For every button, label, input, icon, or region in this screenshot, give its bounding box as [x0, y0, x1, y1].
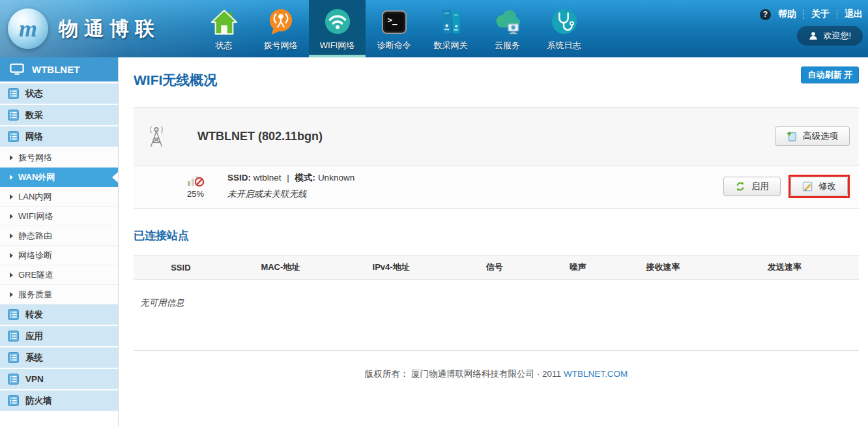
sidebar-item-lan[interactable]: LAN内网: [0, 187, 118, 207]
sidebar-item-status[interactable]: 状态: [0, 83, 118, 105]
nav-tab-label: 拨号网络: [264, 40, 298, 52]
footer-divider: [134, 350, 859, 351]
nav-tab-label: 系统日志: [547, 40, 581, 52]
submenu-arrow-icon: [10, 155, 13, 160]
nav-tab-label: WIFI网络: [320, 40, 354, 52]
auto-refresh-toggle[interactable]: 自动刷新 开: [801, 66, 859, 83]
server-gateway-icon: [438, 5, 464, 35]
sidebar-item-label: 网络诊断: [18, 250, 52, 261]
nav-tab-status[interactable]: 状态: [195, 0, 252, 57]
ssid-mode-line: SSID: wtblnet | 模式: Unknown: [227, 172, 354, 184]
sidebar: WTBLNET 状态 数采 网络 拨号网络 WAN外网: [0, 57, 119, 427]
sidebar-item-net-diagnose[interactable]: 网络诊断: [0, 246, 118, 265]
signal-indicator: 25%: [182, 173, 209, 199]
sidebar-menu: 状态 数采 网络 拨号网络 WAN外网 LAN内网: [0, 83, 118, 412]
copyright-text: 版权所有： 厦门物通博联网络科技有限公司 · 2011: [365, 369, 561, 379]
sidebar-item-label: 状态: [25, 88, 43, 100]
help-link[interactable]: 帮助: [778, 8, 796, 20]
main-nav: 状态 拨号网络: [195, 0, 592, 57]
sidebar-item-gre-tunnel[interactable]: GRE隧道: [0, 265, 118, 285]
button-label: 启用: [751, 181, 769, 192]
list-icon: [8, 395, 19, 406]
submenu-arrow-icon: [10, 214, 13, 219]
nav-tab-wifi-network[interactable]: WIFI网络: [309, 0, 366, 57]
empty-table-message: 无可用信息: [140, 297, 859, 309]
sidebar-item-label: WIFI网络: [18, 211, 53, 222]
sidebar-item-dial-network[interactable]: 拨号网络: [0, 148, 118, 168]
brand-name: 物通博联: [59, 16, 160, 42]
sidebar-item-label: LAN内网: [18, 191, 51, 203]
nav-tab-cloud-service[interactable]: 云服务: [479, 0, 536, 57]
list-icon: [8, 88, 19, 99]
sidebar-item-label: 静态路由: [18, 230, 52, 242]
sidebar-item-label: 应用: [25, 331, 43, 342]
connected-stations-table: SSID MAC-地址 IPv4-地址 信号 噪声 接收速率 发送速率: [134, 255, 859, 280]
list-icon: [8, 352, 19, 363]
about-link[interactable]: 关于: [811, 8, 830, 20]
mode-value: Unknown: [318, 173, 354, 183]
sidebar-item-label: WAN外网: [18, 171, 55, 183]
modify-button[interactable]: 修改: [790, 177, 848, 196]
sidebar-item-firewall[interactable]: 防火墙: [0, 390, 118, 412]
column-header-tx-rate: 发送速率: [710, 256, 859, 280]
edit-pencil-icon: [802, 181, 813, 192]
submenu-arrow-icon: [10, 292, 13, 297]
wifi-device-header: WTBLNET (802.11bgn) 高级选项: [134, 108, 859, 166]
list-icon: [8, 131, 19, 142]
column-header-rx-rate: 接收速率: [616, 256, 710, 280]
sidebar-item-wan[interactable]: WAN外网: [0, 168, 118, 187]
nav-tab-dial-network[interactable]: 拨号网络: [252, 0, 309, 57]
help-icon: ?: [760, 9, 771, 20]
refresh-icon: [735, 181, 745, 192]
nav-tab-diagnostics[interactable]: >_ 诊断命令: [366, 0, 422, 57]
button-label: 高级选项: [803, 130, 838, 142]
divider: [803, 10, 804, 19]
signal-percent: 25%: [187, 189, 204, 199]
column-header-signal: 信号: [449, 256, 540, 280]
sidebar-item-static-route[interactable]: 静态路由: [0, 226, 118, 246]
sidebar-item-network[interactable]: 网络: [0, 126, 118, 148]
nav-tab-system-log[interactable]: 系统日志: [536, 0, 592, 57]
sidebar-item-application[interactable]: 应用: [0, 326, 118, 347]
cloud-service-icon: [493, 5, 523, 35]
sidebar-device-title: WTBLNET: [32, 64, 80, 75]
page-footer: 版权所有： 厦门物通博联网络科技有限公司 · 2011 WTBLNET.COM: [134, 368, 859, 380]
sidebar-item-data-collect[interactable]: 数采: [0, 105, 118, 126]
advanced-options-button[interactable]: 高级选项: [775, 126, 850, 146]
list-icon: [8, 331, 19, 342]
header-links: ? 帮助 关于 退出: [760, 8, 863, 20]
footer-link[interactable]: WTBLNET.COM: [564, 369, 628, 379]
wifi-overview-card: WTBLNET (802.11bgn) 高级选项: [134, 107, 859, 209]
sidebar-item-label: 网络: [25, 131, 43, 143]
logout-link[interactable]: 退出: [845, 8, 863, 20]
enable-button[interactable]: 启用: [723, 177, 781, 196]
mode-label: 模式:: [295, 173, 316, 183]
sidebar-item-vpn[interactable]: VPN: [0, 369, 118, 390]
terminal-icon: >_: [381, 5, 408, 35]
nav-tab-data-gateway[interactable]: 数采网关: [422, 0, 479, 57]
submenu-arrow-icon: [10, 272, 13, 278]
sidebar-item-label: VPN: [25, 374, 44, 384]
column-header-mac: MAC-地址: [228, 256, 333, 280]
sidebar-item-forwarding[interactable]: 转发: [0, 304, 118, 326]
dial-network-icon: [267, 5, 295, 35]
welcome-text: 欢迎您!: [823, 30, 851, 42]
svg-text:>_: >_: [387, 16, 397, 25]
sidebar-device-header[interactable]: WTBLNET: [0, 57, 118, 81]
sidebar-item-label: 拨号网络: [18, 152, 52, 164]
sidebar-item-label: 数采: [25, 110, 43, 121]
home-icon: [210, 5, 238, 35]
sidebar-item-wifi[interactable]: WIFI网络: [0, 207, 118, 226]
sidebar-item-label: 系统: [25, 352, 43, 364]
nav-tab-label: 状态: [216, 40, 233, 52]
sidebar-item-system[interactable]: 系统: [0, 347, 118, 369]
brand-logo: m 物通博联: [0, 0, 195, 57]
sidebar-item-qos[interactable]: 服务质量: [0, 285, 118, 304]
user-icon: [809, 31, 818, 40]
brand-sphere-icon: m: [8, 8, 48, 49]
list-icon: [8, 110, 19, 121]
ssid-value: wtblnet: [253, 173, 282, 183]
divider: |: [287, 173, 289, 183]
highlight-box: 修改: [788, 175, 850, 198]
table-header-row: SSID MAC-地址 IPv4-地址 信号 噪声 接收速率 发送速率: [134, 256, 859, 280]
